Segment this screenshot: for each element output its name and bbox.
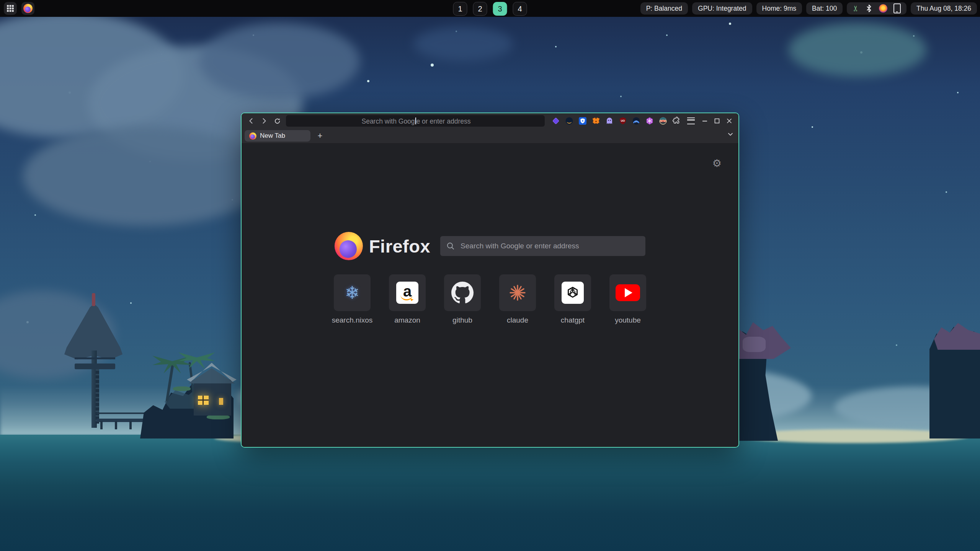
right-cliff-highlight — [743, 337, 766, 352]
shortcut-label: amazon — [394, 316, 420, 324]
new-tab-button[interactable]: + — [314, 130, 326, 142]
bluetooth-icon[interactable] — [865, 4, 873, 13]
tab-title: New Tab — [260, 132, 285, 140]
shortcut-card: a — [389, 274, 426, 311]
newtab-settings-gear-icon[interactable]: ⚙ — [712, 158, 722, 169]
reload-icon — [274, 117, 281, 125]
close-button[interactable] — [726, 118, 732, 124]
amazon-smile-icon — [400, 294, 413, 300]
forward-button[interactable] — [258, 115, 270, 127]
wallpaper-cloud — [789, 23, 926, 77]
pier-post — [100, 421, 103, 429]
shortcut-label: claude — [507, 316, 528, 324]
bitwarden-extension-icon[interactable] — [578, 117, 587, 125]
app-launcher-button[interactable] — [4, 2, 17, 15]
system-tray: ✂ — [847, 2, 906, 15]
watchtower-finial — [92, 293, 95, 306]
hut-lit-window — [198, 396, 209, 405]
battery-pill[interactable]: Bat: 100 — [806, 2, 843, 15]
purple-hexagon-extension-icon[interactable] — [645, 117, 654, 125]
purple-diamond-extension-icon[interactable] — [552, 117, 560, 125]
url-bar[interactable] — [286, 115, 545, 127]
firefox-wordmark: Firefox — [369, 236, 430, 257]
shortcut-search-nixos[interactable]: ❄ search.nixos — [334, 274, 371, 324]
gpu-status-pill[interactable]: GPU: Integrated — [692, 2, 752, 15]
firefox-taskbar-button[interactable] — [21, 2, 34, 15]
disguise-extension-icon[interactable] — [659, 117, 667, 125]
browser-toolbar: UO — [242, 113, 738, 129]
watchtower-ladder — [96, 369, 99, 424]
shortcut-card — [609, 274, 646, 311]
text-caret — [415, 117, 416, 124]
newtab-search-box[interactable] — [440, 236, 645, 256]
shortcut-chatgpt[interactable]: chatgpt — [554, 274, 591, 324]
latency-label: Home: 9ms — [762, 5, 796, 13]
back-icon — [248, 117, 255, 124]
unified-extensions-button[interactable] — [672, 117, 681, 125]
island-moss — [173, 386, 191, 391]
workspace-button-1[interactable]: 1 — [453, 2, 467, 16]
back-button[interactable] — [245, 115, 257, 127]
latency-pill[interactable]: Home: 9ms — [756, 2, 802, 15]
shortcut-label: search.nixos — [332, 316, 373, 324]
ublock-origin-extension-icon[interactable]: UO — [619, 117, 627, 125]
app-grid-icon — [7, 5, 14, 12]
workspace-switcher: 1 2 3 4 — [453, 2, 527, 16]
tab-new-tab[interactable]: New Tab — [245, 130, 310, 142]
shortcut-tiles: ❄ search.nixos a amazon — [334, 274, 646, 324]
firefox-icon — [23, 4, 33, 13]
forward-icon — [261, 117, 268, 124]
workspace-button-2[interactable]: 2 — [473, 2, 487, 16]
shortcut-claude[interactable]: claude — [499, 274, 536, 324]
shortcut-youtube[interactable]: youtube — [609, 274, 646, 324]
shortcut-label: github — [452, 316, 472, 324]
pier-post — [115, 421, 117, 429]
hut-lit-window — [219, 398, 223, 405]
firefox-logo — [335, 232, 363, 260]
dark-reader-extension-icon[interactable] — [565, 117, 573, 125]
wallpaper-cloud — [413, 27, 513, 61]
pier-post — [129, 421, 132, 429]
firefox-brand: Firefox — [335, 232, 430, 260]
firefox-favicon — [249, 132, 256, 140]
clock-pill[interactable]: Thu Aug 08, 18:26 — [911, 2, 977, 15]
shortcut-github[interactable]: github — [444, 274, 481, 324]
extension-icons-row: UO — [552, 117, 695, 125]
workspace-button-4[interactable]: 4 — [513, 2, 527, 16]
maximize-button[interactable] — [714, 118, 720, 124]
puzzle-icon — [672, 117, 681, 125]
minimize-button[interactable] — [702, 118, 708, 124]
shortcut-label: youtube — [615, 316, 641, 324]
firefox-window: UO — [241, 112, 739, 448]
flameshot-tray-icon[interactable] — [879, 4, 887, 13]
reload-button[interactable] — [271, 115, 283, 127]
shortcut-card: ❄ — [334, 274, 371, 311]
wallpaper-ocean — [0, 435, 980, 551]
youtube-play-icon — [616, 284, 640, 301]
power-profile-pill[interactable]: P: Balanced — [640, 2, 688, 15]
shortcut-label: chatgpt — [561, 316, 585, 324]
battery-label: Bat: 100 — [812, 5, 837, 13]
url-input[interactable] — [286, 115, 546, 127]
phone-device-icon[interactable] — [893, 3, 901, 13]
shortcut-amazon[interactable]: a amazon — [389, 274, 426, 324]
top-status-bar: 1 2 3 4 P: Balanced GPU: Integrated Home… — [0, 0, 980, 17]
nordvpn-extension-icon[interactable] — [632, 117, 640, 125]
search-icon — [446, 242, 455, 250]
list-all-tabs-button[interactable] — [727, 131, 734, 138]
nixos-snowflake-icon: ❄ — [345, 284, 360, 302]
amazon-icon: a — [396, 282, 418, 304]
newtab-search-input[interactable] — [460, 241, 639, 251]
metamask-extension-icon[interactable] — [592, 117, 600, 125]
workspace-button-3[interactable]: 3 — [493, 2, 507, 16]
scissors-tray-icon[interactable]: ✂ — [852, 5, 860, 12]
wallpaper-cloud — [199, 23, 360, 99]
menu-button[interactable] — [687, 117, 695, 124]
claude-starburst-icon — [509, 284, 526, 302]
gpu-status-label: GPU: Integrated — [698, 5, 746, 13]
github-octocat-icon — [451, 282, 474, 304]
shortcut-card — [444, 274, 481, 311]
ublock-badge-text: UO — [621, 119, 625, 122]
tab-bar: New Tab + — [242, 129, 738, 143]
ghostery-extension-icon[interactable] — [605, 117, 614, 125]
